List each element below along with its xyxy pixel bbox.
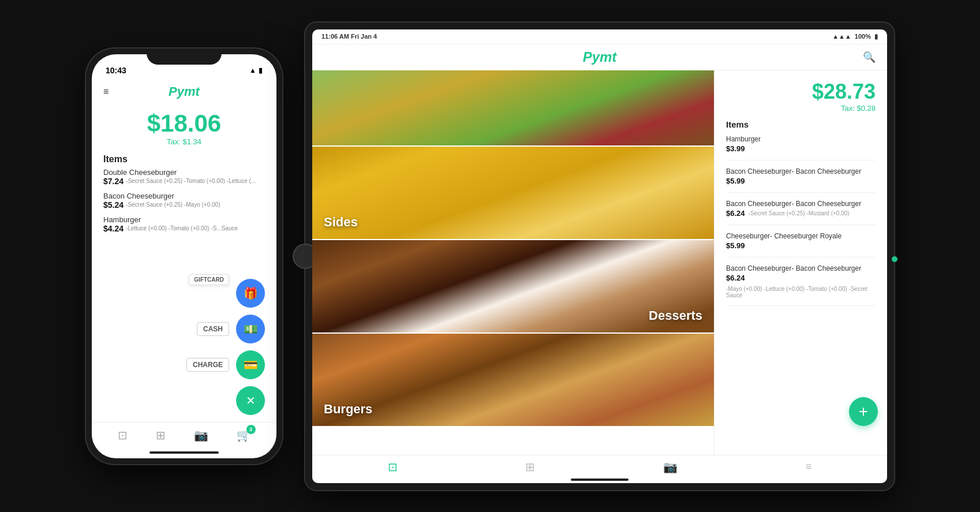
sidebar-item-0: Hamburger $3.99 <box>726 135 876 160</box>
phone-item-mods-1: -Secret Sauce (+0.25) -Mayo (+0.00) <box>126 201 220 208</box>
tablet-header: Pymt 🔍 <box>312 44 887 70</box>
phone-item-name-0: Double Cheeseburger <box>103 168 265 177</box>
sidebar-item-price-row-2: $6.24 -Secret Sauce (+0.25) -Mustard (+0… <box>726 209 876 218</box>
phone-content: $18.06 Tax: $1.34 Items Double Cheesebur… <box>92 104 276 274</box>
phone-nav-cart-icon[interactable]: 🛒 3 <box>237 428 251 442</box>
phone-screen: 10:43 ▲ ▮ ≡ Pymt $18.06 Tax: $1.34 Items… <box>92 54 276 458</box>
cash-button[interactable]: 💵 <box>236 315 265 343</box>
phone-header: ≡ Pymt <box>92 80 276 104</box>
sidebar-item-price-row-1: $5.99 <box>726 177 876 185</box>
sidebar-item-name-3: Cheeseburger- Cheeseburger Royale <box>726 232 876 240</box>
charge-button[interactable]: 💳 <box>236 350 265 379</box>
phone-logo: Pymt <box>169 84 200 99</box>
tablet-logo: Pymt <box>583 49 617 65</box>
phone-home-indicator <box>149 451 219 454</box>
phone-items-label: Items <box>103 154 265 165</box>
phone-notch <box>147 48 222 65</box>
sidebar-item-4: Bacon Cheeseburger- Bacon Cheeseburger $… <box>726 264 876 306</box>
tablet-nav-lines-icon[interactable]: ≡ <box>806 461 812 473</box>
burgers-label: Burgers <box>324 402 372 417</box>
sidebar-item-name-0: Hamburger <box>726 135 876 143</box>
sidebar-item-3: Cheeseburger- Cheeseburger Royale $5.99 <box>726 232 876 257</box>
tablet-status-bar: 11:06 AM Fri Jan 4 ▲▲▲ 100% ▮ <box>312 29 887 44</box>
phone-nav-camera-icon[interactable]: 📷 <box>194 428 208 442</box>
tablet-nav-camera-icon[interactable]: 📷 <box>663 460 678 474</box>
phone-tax: Tax: $1.34 <box>103 137 265 146</box>
wifi-icon: ▲ <box>249 66 256 74</box>
sidebar-item-price-3: $5.99 <box>726 241 745 250</box>
tablet-sidebar: $28.73 Tax: $0.28 Items Hamburger $3.99 … <box>714 70 887 455</box>
phone-time: 10:43 <box>106 66 126 75</box>
sidebar-item-mods-4: -Mayo (+0.00) -Lettuce (+0.00) -Tomato (… <box>726 286 876 298</box>
sidebar-item-price-row-4: $6.24 -Mayo (+0.00) -Lettuce (+0.00) -To… <box>726 274 876 298</box>
plus-icon: + <box>859 402 868 421</box>
phone-item-price-2: $4.24 <box>103 224 124 233</box>
phone-item-1: Bacon Cheeseburger $5.24 -Secret Sauce (… <box>103 192 265 210</box>
phone-item-mods-2: -Lettuce (+0.00) -Tomato (+0.00) -S...Sa… <box>126 225 238 231</box>
burger-bg <box>312 334 714 426</box>
sidebar-item-price-2: $6.24 <box>726 209 745 218</box>
tablet-wifi-icon: ▲▲▲ <box>832 33 851 40</box>
tablet-home-indicator <box>571 479 629 481</box>
phone-cancel-row: ✕ <box>103 386 265 415</box>
phone-nav-grid-icon[interactable]: ⊞ <box>156 428 166 442</box>
sidebar-item-name-2: Bacon Cheeseburger- Bacon Cheeseburger <box>726 200 876 208</box>
sidebar-tax: Tax: $0.28 <box>726 104 876 113</box>
tablet-body: Sides Desserts Burgers $28.73 Tax: $0.28… <box>312 70 887 455</box>
phone-item-mods-0: -Secret Sauce (+0.25) -Tomato (+0.00) -L… <box>126 178 256 184</box>
card-icon: 💳 <box>244 358 258 372</box>
phone-item-price-0: $7.24 <box>103 177 124 186</box>
sidebar-item-name-4: Bacon Cheeseburger- Bacon Cheeseburger <box>726 264 876 272</box>
giftcard-tooltip: GIFTCARD <box>189 274 229 285</box>
tablet-nav-menu-icon[interactable]: ⊡ <box>388 460 398 474</box>
phone-item-price-1: $5.24 <box>103 200 124 210</box>
sidebar-item-price-1: $5.99 <box>726 177 745 185</box>
tablet-status-right: ▲▲▲ 100% ▮ <box>832 33 878 40</box>
tablet-battery-icon: ▮ <box>874 33 878 40</box>
phone-item-name-2: Hamburger <box>103 215 265 224</box>
tablet-bottom-nav: ⊡ ⊞ 📷 ≡ <box>312 455 887 479</box>
fries-bg <box>312 147 714 239</box>
close-icon: ✕ <box>246 394 256 408</box>
menu-card-burgers[interactable]: Burgers <box>312 334 714 426</box>
cash-label[interactable]: CASH <box>197 322 229 336</box>
sidebar-item-price-row-0: $3.99 <box>726 144 876 153</box>
menu-card-desserts[interactable]: Desserts <box>312 240 714 332</box>
sidebar-items-label: Items <box>726 119 876 129</box>
menu-card-sides[interactable]: Sides <box>312 147 714 239</box>
tablet-menu[interactable]: Sides Desserts Burgers <box>312 70 714 455</box>
battery-icon: ▮ <box>259 66 263 74</box>
tablet-time: 11:06 AM Fri Jan 4 <box>321 33 377 40</box>
gift-icon: 🎁 <box>244 286 258 300</box>
sidebar-item-1: Bacon Cheeseburger- Bacon Cheeseburger $… <box>726 167 876 193</box>
phone-device: 10:43 ▲ ▮ ≡ Pymt $18.06 Tax: $1.34 Items… <box>86 48 282 464</box>
add-item-fab[interactable]: + <box>849 397 878 426</box>
phone-item-0: Double Cheeseburger $7.24 -Secret Sauce … <box>103 168 265 186</box>
search-icon[interactable]: 🔍 <box>863 51 876 63</box>
phone-total-section: $18.06 Tax: $1.34 <box>103 104 265 150</box>
tablet-nav-grid-icon[interactable]: ⊞ <box>525 460 535 474</box>
cancel-button[interactable]: ✕ <box>236 386 265 415</box>
charge-label[interactable]: CHARGE <box>186 358 229 372</box>
sidebar-item-price-0: $3.99 <box>726 144 745 153</box>
sidebar-item-2: Bacon Cheeseburger- Bacon Cheeseburger $… <box>726 200 876 225</box>
sidebar-item-name-1: Bacon Cheeseburger- Bacon Cheeseburger <box>726 167 876 175</box>
giftcard-button[interactable]: 🎁 <box>236 279 265 308</box>
phone-item-price-row-1: $5.24 -Secret Sauce (+0.25) -Mayo (+0.00… <box>103 200 265 210</box>
phone-charge-row: CHARGE 💳 <box>103 350 265 379</box>
phone-nav-menu-icon[interactable]: ⊡ <box>118 428 128 442</box>
phone-cash-row: CASH 💵 <box>103 315 265 343</box>
tablet-screen: 11:06 AM Fri Jan 4 ▲▲▲ 100% ▮ Pymt 🔍 <box>312 29 887 483</box>
phone-bottom-nav: ⊡ ⊞ 📷 🛒 3 <box>92 422 276 451</box>
phone-status-icons: ▲ ▮ <box>249 66 263 74</box>
tablet-battery-label: 100% <box>855 33 871 40</box>
desserts-label: Desserts <box>649 308 702 323</box>
phone-item-name-1: Bacon Cheeseburger <box>103 192 265 200</box>
phone-item-2: Hamburger $4.24 -Lettuce (+0.00) -Tomato… <box>103 215 265 233</box>
tablet-device: 11:06 AM Fri Jan 4 ▲▲▲ 100% ▮ Pymt 🔍 <box>305 23 894 490</box>
tablet-indicator-dot <box>892 256 897 262</box>
sidebar-item-price-row-3: $5.99 <box>726 241 876 250</box>
hamburger-menu-icon[interactable]: ≡ <box>103 87 109 97</box>
salad-bg <box>312 70 714 145</box>
menu-card-salad[interactable] <box>312 70 714 145</box>
